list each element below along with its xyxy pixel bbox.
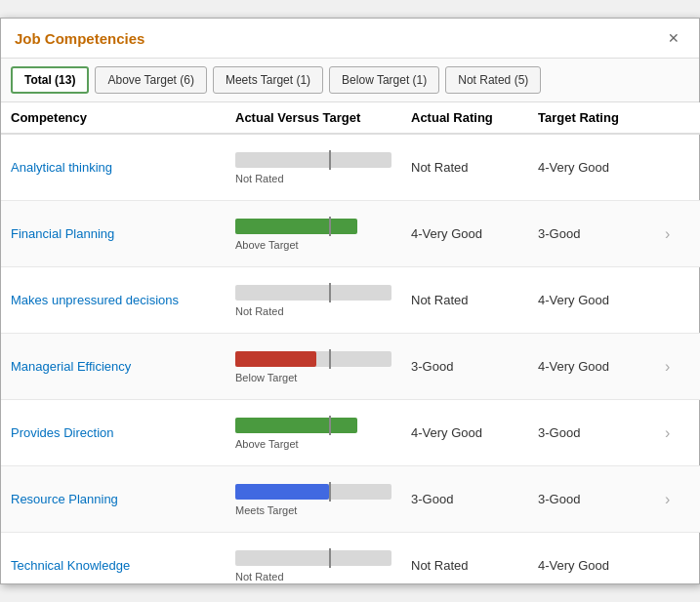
filter-btn-below[interactable]: Below Target (1) — [329, 66, 439, 94]
row-chevron[interactable]: › — [665, 358, 694, 376]
actual-rating: 4-Very Good — [411, 226, 538, 241]
row-chevron[interactable]: › — [665, 225, 694, 243]
bar-fill — [235, 418, 357, 433]
actual-rating: 4-Very Good — [411, 425, 538, 440]
table-row: Managerial EfficiencyBelow Target3-Good4… — [1, 334, 700, 400]
content-area: Competency Actual Versus Target Actual R… — [1, 102, 700, 583]
actual-rating: 3-Good — [411, 359, 538, 374]
bar-fill — [235, 351, 316, 367]
job-competencies-dialog: Job Competencies ✕ Total (13)Above Targe… — [0, 18, 700, 584]
filter-btn-total[interactable]: Total (13) — [11, 66, 89, 94]
main-layout: Competency Actual Versus Target Actual R… — [1, 102, 699, 583]
bar-label: Not Rated — [235, 305, 411, 317]
bar-wrapper — [235, 150, 391, 170]
bar-container: Meets Target — [235, 482, 411, 516]
bar-container: Not Rated — [235, 283, 411, 317]
bar-fill — [235, 484, 329, 500]
actual-rating: 3-Good — [411, 492, 538, 506]
bar-wrapper — [235, 416, 391, 435]
bar-container: Not Rated — [235, 548, 411, 582]
competency-name: Technical Knowledge — [11, 558, 235, 573]
filter-bar: Total (13)Above Target (6)Meets Target (… — [1, 59, 699, 102]
bar-bg — [235, 285, 391, 301]
bar-container: Not Rated — [235, 150, 411, 184]
filter-btn-meets[interactable]: Meets Target (1) — [213, 66, 323, 94]
row-chevron[interactable]: › — [665, 424, 694, 442]
row-chevron[interactable]: › — [665, 491, 694, 508]
competency-name: Analytical thinking — [11, 160, 235, 175]
target-rating: 3-Good — [538, 226, 665, 241]
col-spacer — [665, 110, 694, 125]
table-header: Competency Actual Versus Target Actual R… — [1, 102, 700, 135]
bar-label: Meets Target — [235, 504, 411, 516]
bar-bg — [235, 550, 391, 566]
bar-wrapper — [235, 349, 391, 369]
competency-name: Resource Planning — [11, 492, 235, 506]
target-rating: 4-Very Good — [538, 293, 665, 307]
target-rating: 3-Good — [538, 425, 665, 440]
close-button[interactable]: ✕ — [662, 28, 685, 48]
bar-label: Not Rated — [235, 571, 411, 582]
competency-name: Provides Direction — [11, 425, 235, 440]
competency-name: Managerial Efficiency — [11, 359, 235, 374]
bar-wrapper — [235, 548, 391, 568]
table-row: Provides DirectionAbove Target4-Very Goo… — [1, 400, 700, 466]
bar-label: Not Rated — [235, 173, 411, 184]
filter-btn-notrated[interactable]: Not Rated (5) — [445, 66, 541, 94]
bar-bg — [235, 152, 391, 168]
actual-rating: Not Rated — [411, 293, 538, 307]
bar-divider — [329, 482, 331, 502]
bar-divider — [329, 283, 331, 302]
bar-label: Above Target — [235, 239, 411, 251]
col-target-rating: Target Rating — [538, 110, 665, 125]
col-actual-vs-target: Actual Versus Target — [235, 110, 411, 125]
bar-label: Below Target — [235, 372, 411, 383]
bar-container: Below Target — [235, 349, 411, 383]
bar-divider — [329, 217, 331, 236]
table-row: Technical KnowledgeNot RatedNot Rated4-V… — [1, 533, 700, 583]
actual-rating: Not Rated — [411, 160, 538, 175]
bar-wrapper — [235, 482, 391, 502]
bar-fill — [235, 219, 357, 234]
bar-container: Above Target — [235, 217, 411, 251]
competency-name: Makes unpressured decisions — [11, 293, 235, 307]
target-rating: 4-Very Good — [538, 359, 665, 374]
bar-divider — [329, 349, 331, 369]
filter-btn-above[interactable]: Above Target (6) — [95, 66, 207, 94]
target-rating: 4-Very Good — [538, 558, 665, 573]
bar-container: Above Target — [235, 416, 411, 450]
table-row: Financial PlanningAbove Target4-Very Goo… — [1, 201, 700, 267]
bar-wrapper — [235, 217, 391, 236]
competency-name: Financial Planning — [11, 226, 235, 241]
target-rating: 3-Good — [538, 492, 665, 506]
bar-label: Above Target — [235, 438, 411, 450]
table-row: Makes unpressured decisionsNot RatedNot … — [1, 267, 700, 334]
table-body: Analytical thinkingNot RatedNot Rated4-V… — [1, 135, 700, 583]
bar-divider — [329, 150, 331, 170]
col-actual-rating: Actual Rating — [411, 110, 538, 125]
bar-divider — [329, 416, 331, 435]
dialog-header: Job Competencies ✕ — [1, 19, 699, 59]
dialog-title: Job Competencies — [15, 30, 144, 47]
table-row: Resource PlanningMeets Target3-Good3-Goo… — [1, 466, 700, 533]
col-competency: Competency — [11, 110, 235, 125]
actual-rating: Not Rated — [411, 558, 538, 573]
table-row: Analytical thinkingNot RatedNot Rated4-V… — [1, 135, 700, 201]
target-rating: 4-Very Good — [538, 160, 665, 175]
bar-wrapper — [235, 283, 391, 302]
bar-divider — [329, 548, 331, 568]
